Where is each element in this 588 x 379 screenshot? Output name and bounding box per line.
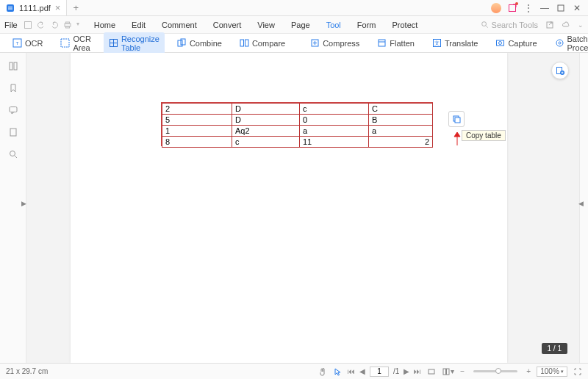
recognize-table-label: Recognize Table	[121, 35, 159, 52]
table-row: 5 D 0 B	[162, 115, 433, 126]
svg-rect-43	[447, 369, 450, 375]
notification-icon[interactable]	[507, 3, 517, 13]
table-cell[interactable]: 11	[300, 137, 369, 148]
undo-icon[interactable]	[37, 21, 46, 29]
table-cell[interactable]: 2	[369, 137, 433, 148]
attachment-icon[interactable]	[7, 126, 19, 138]
flatten-button[interactable]: Flatten	[372, 36, 420, 50]
zoom-thumb[interactable]	[495, 368, 501, 374]
recognized-table[interactable]: 2 D c C 5 D 0 B 1 Aq2 a a	[162, 103, 433, 148]
comment-panel-icon[interactable]	[7, 104, 19, 116]
ocr-area-button[interactable]: OCR Area	[55, 32, 96, 54]
thumbnails-icon[interactable]	[7, 60, 19, 72]
compare-button[interactable]: Compare	[234, 36, 290, 50]
close-tab-icon[interactable]: ×	[55, 2, 61, 13]
menu-tool[interactable]: Tool	[326, 21, 341, 29]
menu-page[interactable]: Page	[291, 21, 310, 29]
table-cell[interactable]: Aq2	[232, 126, 300, 137]
maximize-icon[interactable]	[556, 3, 566, 13]
copy-table-button[interactable]	[448, 111, 465, 127]
zoom-out-icon[interactable]: −	[460, 367, 465, 375]
search-panel-icon[interactable]	[7, 148, 19, 160]
table-cell[interactable]: B	[369, 115, 433, 126]
tab-title: 1111.pdf	[19, 4, 51, 12]
document-canvas[interactable]: 2 D c C 5 D 0 B 1 Aq2 a a	[26, 53, 579, 363]
close-window-icon[interactable]: ✕	[572, 3, 582, 13]
file-menu[interactable]: File	[4, 21, 18, 29]
translate-button[interactable]: 文Translate	[427, 36, 483, 50]
table-cell[interactable]: 0	[300, 115, 369, 126]
compress-button[interactable]: Compress	[305, 36, 365, 50]
svg-rect-38	[455, 118, 460, 123]
print-icon[interactable]	[63, 21, 72, 29]
batch-label: Batch Process	[567, 35, 588, 52]
table-cell[interactable]: C	[369, 104, 433, 115]
expand-left-icon[interactable]: ▶	[21, 200, 26, 207]
last-page-icon[interactable]: ⏭	[414, 367, 421, 375]
menu-edit[interactable]: Edit	[132, 21, 146, 29]
fullscreen-icon[interactable]	[573, 367, 582, 376]
table-row: 1 Aq2 a a	[162, 126, 433, 137]
more-icon[interactable]: ⋮	[523, 3, 534, 13]
cloud-icon[interactable]	[562, 21, 570, 29]
view-mode-icon[interactable]: ▾	[442, 367, 454, 376]
search-tools[interactable]: Search Tools	[481, 21, 538, 29]
minimize-icon[interactable]: —	[539, 3, 550, 13]
page-indicator-badge: 1 / 1	[542, 343, 567, 354]
page-dimensions: 21 x 29.7 cm	[6, 367, 48, 375]
menu-home[interactable]: Home	[94, 21, 115, 29]
prev-page-icon[interactable]: ◀	[359, 367, 365, 375]
svg-rect-20	[240, 40, 244, 46]
menu-comment[interactable]: Comment	[162, 21, 197, 29]
table-cell[interactable]: D	[232, 104, 300, 115]
svg-rect-1	[8, 7, 12, 7]
capture-button[interactable]: Capture	[490, 36, 542, 50]
zoom-level[interactable]: 100%▾	[537, 367, 567, 377]
page-number-input[interactable]	[370, 367, 389, 377]
table-cell[interactable]: c	[300, 104, 369, 115]
menu-protect[interactable]: Protect	[392, 21, 417, 29]
hand-tool-icon[interactable]	[318, 367, 327, 376]
table-cell[interactable]: 8	[162, 137, 232, 148]
user-avatar-icon[interactable]	[491, 3, 501, 13]
save-icon[interactable]	[24, 21, 32, 29]
table-cell[interactable]: a	[300, 126, 369, 137]
combine-button[interactable]: Combine	[172, 36, 227, 50]
table-cell[interactable]: D	[232, 115, 300, 126]
table-cell[interactable]: c	[232, 137, 300, 148]
floating-action-button[interactable]	[551, 62, 569, 79]
search-placeholder: Search Tools	[492, 21, 538, 29]
first-page-icon[interactable]: ⏮	[348, 367, 355, 375]
fit-width-icon[interactable]	[427, 367, 436, 376]
recognize-table-button[interactable]: Recognize Table	[104, 32, 165, 54]
select-tool-icon[interactable]	[333, 367, 342, 376]
ocr-button[interactable]: TOCR	[7, 36, 48, 50]
menu-form[interactable]: Form	[357, 21, 376, 29]
new-tab-button[interactable]: +	[67, 2, 85, 13]
svg-rect-8	[65, 26, 69, 28]
document-tab[interactable]: 1111.pdf ×	[0, 0, 67, 15]
batch-process-button[interactable]: Batch Process	[550, 32, 588, 54]
menu-view[interactable]: View	[257, 21, 275, 29]
expand-right-icon[interactable]: ◀	[578, 200, 584, 207]
next-page-icon[interactable]: ▶	[404, 367, 409, 375]
redo-icon[interactable]	[50, 21, 59, 29]
recognize-table-icon	[109, 38, 118, 48]
share-icon[interactable]	[545, 21, 554, 29]
zoom-value: 100%	[540, 367, 559, 375]
table-cell[interactable]: 2	[162, 104, 232, 115]
copy-table-tooltip: Copy table	[462, 130, 506, 141]
batch-icon	[555, 38, 564, 48]
capture-icon	[495, 38, 505, 48]
table-cell[interactable]: a	[369, 126, 433, 137]
combine-icon	[177, 38, 187, 48]
dropdown-icon[interactable]: ▾	[76, 21, 79, 29]
bookmark-icon[interactable]	[7, 82, 19, 94]
zoom-slider[interactable]	[473, 370, 517, 372]
zoom-in-icon[interactable]: +	[526, 367, 531, 375]
menu-convert[interactable]: Convert	[213, 21, 242, 29]
statusbar: 21 x 29.7 cm ⏮ ◀ /1 ▶ ⏭ ▾ − + 100%▾	[0, 363, 588, 379]
chevron-down-icon[interactable]: ⌄	[578, 21, 584, 29]
table-cell[interactable]: 1	[162, 126, 232, 137]
table-cell[interactable]: 5	[162, 115, 232, 126]
